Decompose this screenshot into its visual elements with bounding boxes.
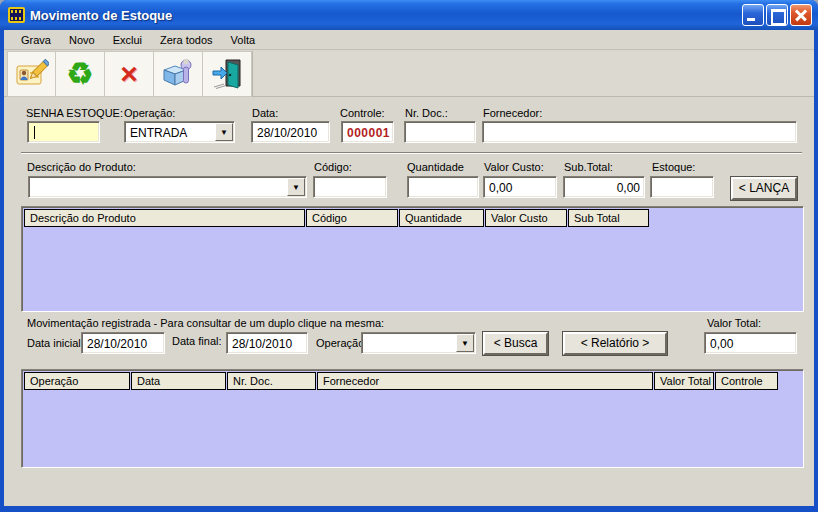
column-header[interactable]: Operação xyxy=(24,372,130,390)
window-body: Grava Novo Exclui Zera todos Volta xyxy=(4,30,814,506)
nr-doc-input[interactable] xyxy=(404,121,476,143)
quantidade-input[interactable] xyxy=(407,176,479,198)
items-table-header: Descrição do Produto Código Quantidade V… xyxy=(24,209,803,227)
lanca-button[interactable]: < LANÇA xyxy=(731,177,797,200)
movements-table[interactable]: Operação Data Nr. Doc. Fornecedor Valor … xyxy=(21,369,804,468)
exclui-toolbar-button[interactable]: × xyxy=(105,51,154,97)
chevron-down-icon[interactable]: ▼ xyxy=(287,178,305,196)
codigo-label: Código: xyxy=(314,161,352,173)
data-input[interactable]: 28/10/2010 xyxy=(251,121,330,143)
data-inicial-label: Data inicial: xyxy=(27,337,84,349)
window-title: Movimento de Estoque xyxy=(30,8,742,23)
volta-toolbar-button[interactable] xyxy=(203,51,252,97)
operacao-select[interactable]: ENTRADA ▼ xyxy=(124,121,235,143)
menu-item-exclui[interactable]: Exclui xyxy=(104,32,151,48)
data-label: Data: xyxy=(252,107,278,119)
movimentacao-section-label: Movimentação registrada - Para consultar… xyxy=(27,317,384,329)
menu-item-grava[interactable]: Grava xyxy=(12,32,60,48)
valor-custo-input[interactable]: 0,00 xyxy=(483,176,557,198)
data-final-label: Data final: xyxy=(172,335,222,347)
menu-item-zera-todos[interactable]: Zera todos xyxy=(151,32,222,48)
column-header[interactable]: Quantidade xyxy=(399,209,484,227)
column-header[interactable]: Código xyxy=(306,209,398,227)
data-final-input[interactable]: 28/10/2010 xyxy=(226,332,308,354)
form-area: SENHA ESTOQUE: Operação: ENTRADA ▼ Data:… xyxy=(4,97,814,506)
column-header[interactable]: Data xyxy=(131,372,226,390)
zera-todos-toolbar-button[interactable] xyxy=(154,51,203,97)
titlebar[interactable]: Movimento de Estoque xyxy=(0,0,818,30)
items-table[interactable]: Descrição do Produto Código Quantidade V… xyxy=(21,206,804,312)
senha-estoque-label: SENHA ESTOQUE: xyxy=(26,107,123,119)
codigo-input[interactable] xyxy=(313,176,387,198)
column-header[interactable]: Valor Custo xyxy=(485,209,567,227)
nr-doc-label: Nr. Doc.: xyxy=(405,107,448,119)
sub-total-input[interactable]: 0,00 xyxy=(563,176,645,198)
movements-table-header: Operação Data Nr. Doc. Fornecedor Valor … xyxy=(24,372,803,390)
tools-icon xyxy=(161,58,195,90)
quantidade-label: Quantidade xyxy=(407,161,464,173)
valor-total-label: Valor Total: xyxy=(707,317,761,329)
operacao-filter-select[interactable]: ▼ xyxy=(361,332,476,354)
menu-item-novo[interactable]: Novo xyxy=(60,32,104,48)
grava-toolbar-button[interactable] xyxy=(7,51,56,97)
maximize-button[interactable] xyxy=(766,4,788,26)
exit-door-icon xyxy=(210,58,244,90)
relatorio-button[interactable]: < Relatório > xyxy=(563,332,667,355)
section-divider xyxy=(21,152,802,154)
sub-total-label: Sub.Total: xyxy=(564,161,613,173)
busca-button[interactable]: < Busca xyxy=(483,332,548,355)
edit-record-icon xyxy=(15,58,49,90)
column-header[interactable]: Sub Total xyxy=(568,209,649,227)
valor-custo-label: Valor Custo: xyxy=(484,161,544,173)
fornecedor-label: Fornecedor: xyxy=(483,107,542,119)
fornecedor-input[interactable] xyxy=(482,121,797,143)
close-button[interactable] xyxy=(790,4,812,26)
column-header[interactable]: Controle xyxy=(715,372,778,390)
app-window: Movimento de Estoque Grava Novo Exclui Z… xyxy=(0,0,818,512)
senha-estoque-input[interactable] xyxy=(27,121,100,143)
operacao-label: Operação: xyxy=(124,107,175,119)
estoque-input[interactable] xyxy=(650,176,714,198)
app-icon xyxy=(8,7,25,23)
data-inicial-input[interactable]: 28/10/2010 xyxy=(81,332,165,354)
refresh-icon: ♻ xyxy=(67,59,94,89)
operacao-filter-label: Operação: xyxy=(316,337,367,349)
valor-total-input[interactable]: 0,00 xyxy=(704,332,797,354)
text-caret xyxy=(34,126,35,139)
chevron-down-icon[interactable]: ▼ xyxy=(456,334,474,352)
delete-icon: × xyxy=(120,60,138,88)
menubar: Grava Novo Exclui Zera todos Volta xyxy=(4,30,814,50)
column-header[interactable]: Descrição do Produto xyxy=(24,209,305,227)
estoque-label: Estoque: xyxy=(652,161,695,173)
novo-toolbar-button[interactable]: ♻ xyxy=(56,51,105,97)
column-header[interactable]: Nr. Doc. xyxy=(227,372,316,390)
descricao-produto-label: Descrição do Produto: xyxy=(27,161,136,173)
controle-value: 000001 xyxy=(341,121,394,143)
toolbar: ♻ × xyxy=(4,51,814,97)
chevron-down-icon[interactable]: ▼ xyxy=(215,123,233,141)
controle-label: Controle: xyxy=(340,107,385,119)
column-header[interactable]: Fornecedor xyxy=(317,372,653,390)
menu-item-volta[interactable]: Volta xyxy=(222,32,264,48)
minimize-button[interactable] xyxy=(742,4,764,26)
descricao-produto-select[interactable]: ▼ xyxy=(28,176,307,198)
column-header[interactable]: Valor Total xyxy=(654,372,714,390)
